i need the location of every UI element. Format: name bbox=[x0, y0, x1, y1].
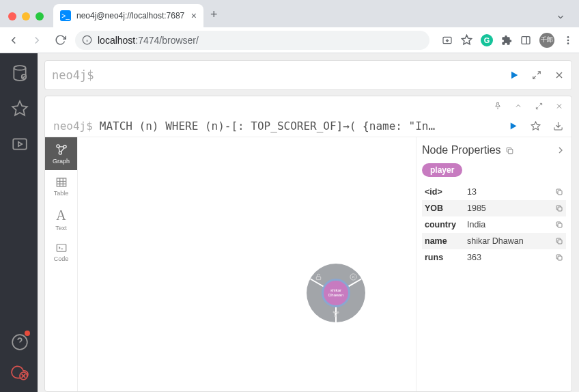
graph-view-label: Graph bbox=[53, 158, 70, 165]
close-frame-icon[interactable] bbox=[555, 102, 563, 110]
main-content: neo4j$ bbox=[38, 53, 579, 392]
property-row: YOB1985 bbox=[422, 200, 566, 216]
editor-prompt: neo4j$ bbox=[52, 68, 94, 82]
code-view-button[interactable]: Code bbox=[45, 236, 77, 268]
cloud-sync-icon[interactable] bbox=[11, 363, 27, 380]
tab-strip: >_ neo4j@neo4j://localhost:7687 × + bbox=[0, 0, 579, 27]
svg-line-37 bbox=[61, 148, 64, 152]
grammarly-extension-icon[interactable]: G bbox=[481, 34, 493, 46]
property-key: name bbox=[425, 236, 467, 246]
copy-icon[interactable] bbox=[555, 221, 563, 229]
node-context-menu: shikar Dhawan bbox=[307, 264, 365, 322]
property-value: India bbox=[467, 220, 555, 229]
favorite-query-icon[interactable] bbox=[531, 121, 541, 131]
svg-marker-30 bbox=[531, 122, 540, 130]
site-info-icon[interactable] bbox=[82, 35, 92, 45]
svg-rect-55 bbox=[508, 149, 513, 154]
expand-frame-icon[interactable] bbox=[535, 102, 543, 110]
maximize-window[interactable] bbox=[36, 12, 44, 20]
svg-rect-60 bbox=[558, 256, 562, 260]
view-switcher: Graph Table A Text Code bbox=[45, 137, 78, 391]
bookmark-star-icon[interactable] bbox=[461, 34, 472, 46]
collapse-frame-icon[interactable] bbox=[514, 102, 522, 110]
minimize-window[interactable] bbox=[22, 12, 30, 20]
download-query-icon[interactable] bbox=[553, 121, 563, 131]
graph-node[interactable]: shikar Dhawan bbox=[322, 279, 350, 307]
profile-avatar[interactable]: 千郎 bbox=[539, 33, 554, 48]
svg-point-32 bbox=[56, 145, 59, 148]
property-row: runs363 bbox=[422, 249, 566, 266]
property-row: nameshikar Dhawan bbox=[422, 233, 566, 249]
dismiss-node-icon[interactable] bbox=[350, 273, 357, 281]
text-view-button[interactable]: A Text bbox=[45, 203, 77, 236]
database-icon[interactable] bbox=[11, 64, 27, 81]
graph-view-button[interactable]: Graph bbox=[45, 137, 77, 170]
frame-query-text[interactable]: MATCH (n) WHERE (n)-[: TOP_SCORER_OF]→( … bbox=[100, 120, 501, 132]
svg-point-50 bbox=[337, 312, 339, 313]
property-value: 1985 bbox=[467, 204, 555, 213]
graph-canvas[interactable]: shikar Dhawan bbox=[78, 137, 416, 391]
close-tab-icon[interactable]: × bbox=[191, 10, 197, 21]
svg-rect-59 bbox=[558, 240, 562, 244]
svg-point-49 bbox=[333, 311, 335, 313]
frame-prompt: neo4j$ bbox=[53, 120, 93, 132]
chrome-menu-icon[interactable] bbox=[563, 35, 574, 46]
reload-button[interactable] bbox=[52, 32, 68, 48]
svg-point-7 bbox=[567, 36, 569, 38]
svg-rect-58 bbox=[558, 223, 562, 227]
pin-frame-icon[interactable] bbox=[494, 102, 502, 110]
unlock-node-icon[interactable] bbox=[315, 273, 322, 281]
extensions-icon[interactable] bbox=[501, 35, 512, 46]
guides-icon[interactable] bbox=[11, 135, 27, 152]
svg-rect-43 bbox=[57, 244, 66, 252]
copy-icon[interactable] bbox=[555, 237, 563, 245]
browser-tab[interactable]: >_ neo4j@neo4j://localhost:7687 × bbox=[53, 4, 203, 27]
collapse-panel-icon[interactable] bbox=[555, 145, 566, 156]
svg-rect-56 bbox=[558, 191, 562, 195]
rerun-query-button[interactable] bbox=[508, 121, 518, 131]
run-query-button[interactable] bbox=[509, 70, 520, 81]
svg-line-21 bbox=[537, 72, 540, 74]
svg-point-8 bbox=[567, 39, 569, 41]
close-editor-icon[interactable] bbox=[554, 70, 565, 81]
result-frame: neo4j$ MATCH (n) WHERE (n)-[: TOP_SCORER… bbox=[44, 96, 572, 392]
svg-rect-45 bbox=[316, 277, 320, 280]
svg-rect-38 bbox=[57, 178, 66, 186]
favorites-icon[interactable] bbox=[11, 100, 27, 116]
code-view-label: Code bbox=[54, 255, 69, 262]
copy-icon[interactable] bbox=[555, 204, 563, 212]
new-tab-button[interactable]: + bbox=[210, 8, 218, 22]
svg-rect-5 bbox=[522, 36, 530, 44]
copy-icon[interactable] bbox=[555, 253, 563, 262]
close-window[interactable] bbox=[8, 12, 16, 20]
property-row: <id>13 bbox=[422, 184, 566, 200]
install-app-icon[interactable] bbox=[442, 35, 453, 46]
forward-button[interactable] bbox=[29, 32, 45, 48]
fullscreen-editor-icon[interactable] bbox=[532, 70, 541, 80]
expand-node-icon[interactable] bbox=[332, 310, 340, 318]
property-value: shikar Dhawan bbox=[467, 236, 555, 246]
table-view-button[interactable]: Table bbox=[45, 170, 77, 203]
property-key: country bbox=[425, 220, 467, 229]
label-badge[interactable]: player bbox=[422, 163, 462, 177]
frame-header: neo4j$ MATCH (n) WHERE (n)-[: TOP_SCORER… bbox=[45, 115, 571, 137]
svg-marker-29 bbox=[511, 123, 517, 130]
browser-chrome: >_ neo4j@neo4j://localhost:7687 × + loca… bbox=[0, 0, 579, 53]
svg-marker-20 bbox=[511, 72, 518, 79]
copy-icon[interactable] bbox=[555, 188, 563, 196]
svg-point-51 bbox=[335, 316, 336, 317]
svg-line-26 bbox=[536, 107, 538, 109]
url-field[interactable]: localhost:7474/browser/ bbox=[75, 31, 429, 50]
svg-rect-57 bbox=[558, 207, 562, 211]
property-key: <id> bbox=[425, 187, 467, 197]
svg-rect-13 bbox=[13, 139, 27, 149]
app-sidebar bbox=[0, 53, 38, 392]
table-view-label: Table bbox=[54, 190, 69, 197]
help-icon[interactable] bbox=[11, 333, 27, 350]
side-panel-icon[interactable] bbox=[520, 35, 531, 46]
back-button[interactable] bbox=[5, 32, 22, 48]
property-value: 363 bbox=[467, 253, 555, 262]
tab-title: neo4j@neo4j://localhost:7687 bbox=[76, 11, 186, 20]
svg-line-54 bbox=[336, 313, 338, 316]
tab-overflow-icon[interactable] bbox=[556, 12, 565, 22]
